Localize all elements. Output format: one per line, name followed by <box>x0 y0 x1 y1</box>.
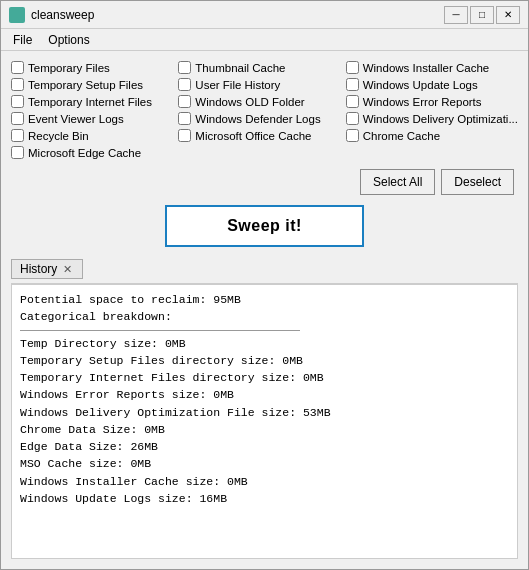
output-line-8: Windows Error Reports size: 0MB <box>20 386 509 403</box>
checkbox-14[interactable] <box>178 129 191 142</box>
checkbox-16[interactable] <box>11 146 24 159</box>
checkbox-5[interactable] <box>178 78 191 91</box>
window-controls: ─ □ ✕ <box>444 6 520 24</box>
title-bar-left: cleansweep <box>9 7 94 23</box>
output-line-0: Potential space to reclaim: 95MB <box>20 291 509 308</box>
history-tab-label: History <box>20 262 57 276</box>
checkbox-label-2[interactable]: Thumbnail Cache <box>195 62 285 74</box>
checkbox-item-7: Temporary Internet Files <box>11 95 170 108</box>
checkbox-label-7[interactable]: Temporary Internet Files <box>28 96 152 108</box>
svg-rect-0 <box>11 9 23 21</box>
checkbox-label-12[interactable]: Windows Delivery Optimizati... <box>363 113 518 125</box>
maximize-button[interactable]: □ <box>470 6 494 24</box>
title-bar: cleansweep ─ □ ✕ <box>1 1 528 29</box>
checkbox-7[interactable] <box>11 95 24 108</box>
history-tab[interactable]: History ✕ <box>11 259 83 279</box>
checkbox-item-3: Windows Installer Cache <box>346 61 518 74</box>
checkbox-label-16[interactable]: Microsoft Edge Cache <box>28 147 141 159</box>
checkbox-item-6: Windows Update Logs <box>346 78 518 91</box>
menu-bar: File Options <box>1 29 528 51</box>
options-menu[interactable]: Options <box>40 31 97 48</box>
checkbox-1[interactable] <box>11 61 24 74</box>
checkbox-label-15[interactable]: Chrome Cache <box>363 130 440 142</box>
checkbox-label-13[interactable]: Recycle Bin <box>28 130 89 142</box>
checkbox-8[interactable] <box>178 95 191 108</box>
output-line-6: Temporary Setup Files directory size: 0M… <box>20 352 509 369</box>
history-bar: History ✕ <box>11 259 518 284</box>
output-panel[interactable]: Potential space to reclaim: 95MBCategori… <box>11 284 518 559</box>
output-line-12: MSO Cache size: 0MB <box>20 455 509 472</box>
checkbox-item-14: Microsoft Office Cache <box>178 129 337 142</box>
output-line-2: Categorical breakdown: <box>20 308 509 325</box>
checkbox-label-1[interactable]: Temporary Files <box>28 62 110 74</box>
checkbox-label-11[interactable]: Windows Defender Logs <box>195 113 320 125</box>
minimize-button[interactable]: ─ <box>444 6 468 24</box>
checkbox-item-5: User File History <box>178 78 337 91</box>
output-divider <box>20 330 300 331</box>
checkbox-item-12: Windows Delivery Optimizati... <box>346 112 518 125</box>
checkbox-item-15: Chrome Cache <box>346 129 518 142</box>
history-close-icon[interactable]: ✕ <box>61 263 74 276</box>
checkbox-item-2: Thumbnail Cache <box>178 61 337 74</box>
checkbox-item-9: Windows Error Reports <box>346 95 518 108</box>
output-line-5: Temp Directory size: 0MB <box>20 335 509 352</box>
checkbox-label-6[interactable]: Windows Update Logs <box>363 79 478 91</box>
output-line-10: Chrome Data Size: 0MB <box>20 421 509 438</box>
checkbox-10[interactable] <box>11 112 24 125</box>
close-button[interactable]: ✕ <box>496 6 520 24</box>
checkbox-label-10[interactable]: Event Viewer Logs <box>28 113 124 125</box>
checkbox-label-14[interactable]: Microsoft Office Cache <box>195 130 311 142</box>
checkbox-item-11: Windows Defender Logs <box>178 112 337 125</box>
checkbox-label-9[interactable]: Windows Error Reports <box>363 96 482 108</box>
output-line-14: Windows Update Logs size: 16MB <box>20 490 509 507</box>
window-title: cleansweep <box>31 8 94 22</box>
checkbox-label-3[interactable]: Windows Installer Cache <box>363 62 490 74</box>
checkbox-item-8: Windows OLD Folder <box>178 95 337 108</box>
deselect-button[interactable]: Deselect <box>441 169 514 195</box>
checkbox-item-4: Temporary Setup Files <box>11 78 170 91</box>
output-line-13: Windows Installer Cache size: 0MB <box>20 473 509 490</box>
checkbox-4[interactable] <box>11 78 24 91</box>
app-icon <box>9 7 25 23</box>
checkbox-11[interactable] <box>178 112 191 125</box>
file-menu[interactable]: File <box>5 31 40 48</box>
output-line-7: Temporary Internet Files directory size:… <box>20 369 509 386</box>
checkbox-9[interactable] <box>346 95 359 108</box>
checkbox-label-5[interactable]: User File History <box>195 79 280 91</box>
sweep-button[interactable]: Sweep it! <box>165 205 364 247</box>
sweep-row: Sweep it! <box>11 205 518 247</box>
checkbox-label-4[interactable]: Temporary Setup Files <box>28 79 143 91</box>
checkbox-item-13: Recycle Bin <box>11 129 170 142</box>
checkbox-label-8[interactable]: Windows OLD Folder <box>195 96 304 108</box>
output-line-9: Windows Delivery Optimization File size:… <box>20 404 509 421</box>
app-window: cleansweep ─ □ ✕ File Options Temporary … <box>0 0 529 570</box>
checkbox-15[interactable] <box>346 129 359 142</box>
checkbox-grid: Temporary FilesThumbnail CacheWindows In… <box>11 61 518 159</box>
checkbox-item-16: Microsoft Edge Cache <box>11 146 170 159</box>
main-content: Temporary FilesThumbnail CacheWindows In… <box>1 51 528 569</box>
checkbox-12[interactable] <box>346 112 359 125</box>
checkbox-6[interactable] <box>346 78 359 91</box>
select-row: Select All Deselect <box>11 169 518 195</box>
checkbox-13[interactable] <box>11 129 24 142</box>
checkbox-item-1: Temporary Files <box>11 61 170 74</box>
select-all-button[interactable]: Select All <box>360 169 435 195</box>
checkbox-item-10: Event Viewer Logs <box>11 112 170 125</box>
checkbox-2[interactable] <box>178 61 191 74</box>
checkbox-3[interactable] <box>346 61 359 74</box>
output-line-11: Edge Data Size: 26MB <box>20 438 509 455</box>
